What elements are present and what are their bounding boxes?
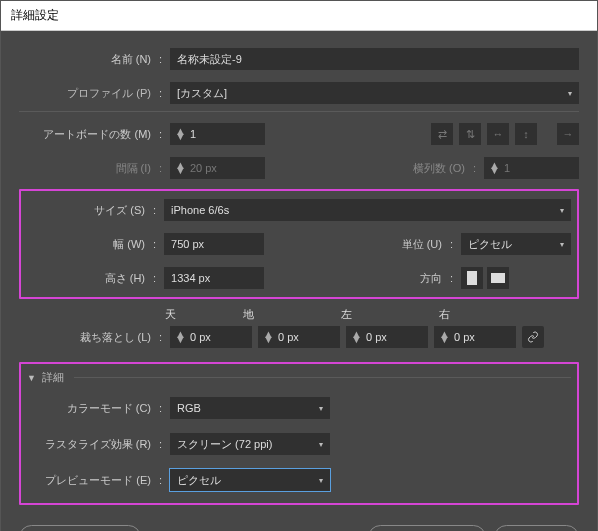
height-input[interactable]: [164, 267, 264, 289]
width-input[interactable]: [164, 233, 264, 255]
raster-select[interactable]: スクリーン (72 ppi)▾: [170, 433, 330, 455]
bleed-left-header: 左: [341, 307, 433, 322]
arrange-row-icon[interactable]: ↔: [487, 123, 509, 145]
orientation-portrait-button[interactable]: [461, 267, 483, 289]
cancel-button[interactable]: キャンセル: [494, 525, 579, 531]
disclosure-triangle-icon: ▼: [27, 373, 36, 383]
window-title: 詳細設定: [1, 1, 597, 31]
name-input[interactable]: [170, 48, 579, 70]
orientation-label: 方向: [420, 271, 442, 286]
preview-label: プレビューモード (E): [27, 473, 151, 488]
stepper-icon: ▲▼: [489, 163, 500, 173]
bleed-top-header: 天: [165, 307, 237, 322]
name-label: 名前 (N): [19, 52, 151, 67]
size-group: サイズ (S) : iPhone 6/6s▾ 幅 (W) : 単位 (U) : …: [19, 189, 579, 299]
bleed-top-spinner[interactable]: ▲▼0 px: [170, 326, 252, 348]
link-bleed-button[interactable]: [522, 326, 544, 348]
details-header[interactable]: ▼ 詳細: [27, 370, 571, 385]
size-select[interactable]: iPhone 6/6s▾: [164, 199, 571, 221]
bleed-right-spinner[interactable]: ▲▼0 px: [434, 326, 516, 348]
columns-label: 横列数 (O): [413, 161, 465, 176]
raster-label: ラスタライズ効果 (R): [27, 437, 151, 452]
chevron-down-icon: ▾: [560, 206, 564, 215]
bleed-label: 裁ち落とし (L): [19, 330, 151, 345]
portrait-icon: [467, 271, 477, 285]
units-label: 単位 (U): [402, 237, 442, 252]
profile-label: プロファイル (P): [67, 86, 151, 101]
link-icon: [527, 331, 539, 343]
orientation-landscape-button[interactable]: [487, 267, 509, 289]
template-button[interactable]: テンプレート (T)...: [19, 525, 141, 531]
stepper-icon: ▲▼: [175, 163, 186, 173]
units-select[interactable]: ピクセル▾: [461, 233, 571, 255]
create-document-button[interactable]: ドキュメント作成: [368, 525, 486, 531]
columns-spinner: ▲▼ 1: [484, 157, 579, 179]
arrange-rtl-icon[interactable]: →: [557, 123, 579, 145]
chevron-down-icon: ▾: [319, 476, 323, 485]
artboards-label: アートボードの数 (M): [19, 127, 151, 142]
chevron-down-icon: ▾: [319, 404, 323, 413]
arrange-grid-col-icon[interactable]: ⇅: [459, 123, 481, 145]
size-label: サイズ (S): [27, 203, 145, 218]
arrange-grid-row-icon[interactable]: ⇄: [431, 123, 453, 145]
spacing-label: 間隔 (I): [19, 161, 151, 176]
landscape-icon: [491, 273, 505, 283]
bleed-right-header: 右: [439, 307, 511, 322]
profile-select[interactable]: [カスタム]▾: [170, 82, 579, 104]
colormode-select[interactable]: RGB▾: [170, 397, 330, 419]
details-group: ▼ 詳細 カラーモード (C) : RGB▾ ラスタライズ効果 (R) : スク…: [19, 362, 579, 505]
arrange-col-icon[interactable]: ↕: [515, 123, 537, 145]
chevron-down-icon: ▾: [560, 240, 564, 249]
chevron-down-icon: ▾: [319, 440, 323, 449]
height-label: 高さ (H): [27, 271, 145, 286]
width-label: 幅 (W): [27, 237, 145, 252]
colormode-label: カラーモード (C): [27, 401, 151, 416]
bleed-bottom-spinner[interactable]: ▲▼0 px: [258, 326, 340, 348]
stepper-icon: ▲▼: [175, 129, 186, 139]
bleed-left-spinner[interactable]: ▲▼0 px: [346, 326, 428, 348]
artboards-spinner[interactable]: ▲▼ 1: [170, 123, 265, 145]
preview-select[interactable]: ピクセル▾: [170, 469, 330, 491]
chevron-down-icon: ▾: [568, 89, 572, 98]
bleed-bottom-header: 地: [243, 307, 335, 322]
spacing-spinner: ▲▼ 20 px: [170, 157, 265, 179]
